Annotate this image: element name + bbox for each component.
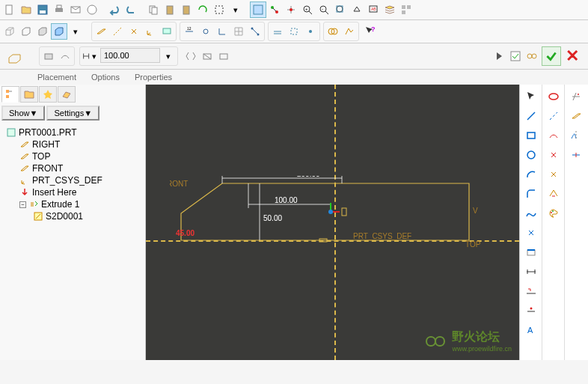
- section-tool-button[interactable]: [269, 23, 286, 40]
- tree-datum-top[interactable]: TOP: [16, 150, 142, 162]
- copy-button[interactable]: [145, 1, 162, 18]
- offset-edge-button[interactable]: [545, 127, 563, 144]
- line-tool-button[interactable]: [522, 107, 540, 125]
- dim-45[interactable]: 45.00: [176, 229, 195, 237]
- redo-button[interactable]: [123, 1, 139, 18]
- whats-this-button[interactable]: ?: [362, 23, 379, 40]
- select-dropdown[interactable]: ▾: [227, 1, 244, 18]
- paste-button[interactable]: [162, 1, 178, 18]
- tree-root[interactable]: PRT0001.PRT: [3, 127, 142, 138]
- palette-button[interactable]: [545, 204, 563, 222]
- use-edge-button[interactable]: [522, 243, 540, 261]
- fillet-tool-button[interactable]: [522, 185, 540, 203]
- graphics-viewport[interactable]: 200.00 100.00 50.00 45.00 FRONT PRT_CSYS…: [146, 85, 519, 360]
- nav-tab-tree[interactable]: [1, 86, 19, 103]
- filter-geom-button[interactable]: [250, 1, 266, 18]
- dim-display-button[interactable]: 12: [181, 23, 197, 40]
- new-button[interactable]: [1, 1, 18, 18]
- dim-50[interactable]: 50.00: [263, 214, 282, 222]
- point-tool-button[interactable]: [522, 224, 540, 242]
- constraint-toggle-button[interactable]: [266, 1, 283, 18]
- select-window-button[interactable]: [211, 1, 227, 18]
- perp-display-button[interactable]: [214, 23, 230, 40]
- annotation-display-button[interactable]: [159, 23, 175, 40]
- surface-extrude-button[interactable]: [57, 48, 73, 64]
- view-manager-button[interactable]: [398, 1, 414, 18]
- depth-dropdown[interactable]: ▾: [160, 48, 177, 64]
- cancel-button[interactable]: ✕: [563, 46, 582, 66]
- print-button[interactable]: [51, 1, 67, 18]
- text-tool-button[interactable]: A: [522, 321, 540, 339]
- modify-dim-button[interactable]: [522, 282, 540, 300]
- snap-grid-button[interactable]: [302, 23, 319, 40]
- thicken-button[interactable]: [215, 48, 232, 64]
- plane-display-button[interactable]: [93, 23, 109, 40]
- tree-datum-front[interactable]: FRONT: [16, 162, 142, 174]
- depth-value-input[interactable]: [100, 48, 160, 63]
- paste-special-button[interactable]: [178, 1, 195, 18]
- tree-csys[interactable]: PRT_CSYS_DEF: [16, 174, 142, 186]
- preview-checkbox[interactable]: [507, 48, 524, 64]
- tab-placement[interactable]: Placement: [37, 73, 76, 82]
- nav-tab-folder[interactable]: [20, 86, 38, 103]
- mirror-button[interactable]: [567, 127, 585, 144]
- vertex-display-button[interactable]: [247, 23, 263, 40]
- play-button[interactable]: [491, 48, 507, 64]
- arc-tool-button[interactable]: [522, 165, 540, 183]
- help-button[interactable]: [84, 1, 100, 18]
- orient-button[interactable]: [349, 1, 365, 18]
- layers-button[interactable]: [382, 1, 398, 18]
- divide-button[interactable]: [567, 146, 585, 164]
- reference-button[interactable]: [545, 165, 563, 183]
- trim-button[interactable]: [567, 88, 585, 106]
- nav-tab-favorites[interactable]: [39, 86, 57, 103]
- tree-show-button[interactable]: Show ▼: [1, 106, 45, 121]
- ellipse-tool-button[interactable]: [545, 88, 563, 106]
- construction-point-button[interactable]: [545, 146, 563, 164]
- dimension-tool-button[interactable]: [522, 263, 540, 281]
- flip-button[interactable]: [183, 48, 199, 64]
- display-nohidden-button[interactable]: [34, 23, 51, 40]
- regen-button[interactable]: [195, 1, 211, 18]
- feasibility-button[interactable]: [341, 23, 358, 40]
- depth-type-button[interactable]: ▾: [81, 48, 97, 64]
- dim-100[interactable]: 100.00: [275, 196, 298, 204]
- zoom-out-button[interactable]: -: [316, 1, 332, 18]
- ref-tool-button[interactable]: [286, 23, 302, 40]
- display-wireframe-button[interactable]: [1, 23, 18, 40]
- email-button[interactable]: [67, 1, 84, 18]
- zoom-in-button[interactable]: +: [299, 1, 316, 18]
- snap-button[interactable]: [283, 1, 299, 18]
- constraint-tool-button[interactable]: [522, 302, 540, 320]
- tree-settings-button[interactable]: Settings ▼: [46, 106, 99, 121]
- select-tool-button[interactable]: [522, 88, 540, 106]
- tab-options[interactable]: Options: [91, 73, 120, 82]
- named-view-button[interactable]: AB: [365, 1, 382, 18]
- tree-sketch[interactable]: S2D0001: [30, 210, 142, 222]
- collapse-icon[interactable]: −: [19, 201, 26, 208]
- undo-button[interactable]: [106, 1, 123, 18]
- point-display-button[interactable]: [126, 23, 142, 40]
- remove-material-button[interactable]: [199, 48, 215, 64]
- accept-button[interactable]: [542, 46, 561, 66]
- centerline-button[interactable]: [545, 107, 563, 125]
- zoom-fit-button[interactable]: [332, 1, 349, 18]
- csys-display-button[interactable]: [142, 23, 159, 40]
- solid-extrude-button[interactable]: [40, 48, 57, 64]
- extend-button[interactable]: [567, 107, 585, 125]
- save-button[interactable]: [34, 1, 51, 18]
- display-hidden-button[interactable]: [18, 23, 34, 40]
- glasses-icon[interactable]: [524, 48, 540, 64]
- spline-tool-button[interactable]: [522, 204, 540, 222]
- tree-insert-here[interactable]: Insert Here: [16, 186, 142, 198]
- grid-display-button[interactable]: [230, 23, 247, 40]
- open-button[interactable]: [18, 1, 34, 18]
- axis-display-button[interactable]: [109, 23, 126, 40]
- constraint-display-button[interactable]: [197, 23, 214, 40]
- tree-feature-extrude[interactable]: −Extrude 1: [16, 198, 142, 210]
- intersect-button[interactable]: [325, 23, 341, 40]
- dim-200[interactable]: 200.00: [297, 176, 320, 178]
- circle-tool-button[interactable]: [522, 146, 540, 164]
- nav-tab-connect[interactable]: [58, 86, 76, 103]
- display-shaded-button[interactable]: [51, 23, 67, 40]
